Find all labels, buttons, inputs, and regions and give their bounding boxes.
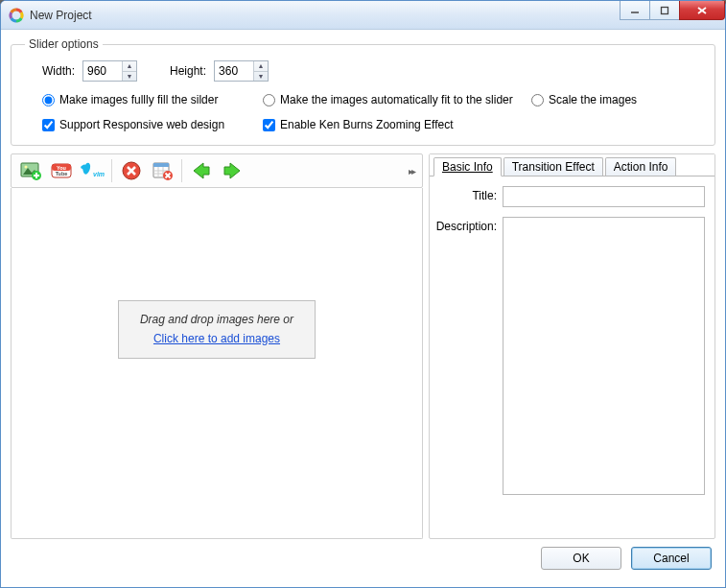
window-title: New Project bbox=[30, 9, 92, 22]
arrow-left-icon bbox=[191, 160, 212, 181]
svg-point-7 bbox=[25, 166, 28, 169]
left-pane: You Tube vimeo bbox=[11, 153, 423, 539]
vimeo-icon: vimeo bbox=[80, 159, 105, 182]
height-down-icon[interactable]: ▼ bbox=[254, 72, 268, 82]
maximize-button[interactable] bbox=[649, 1, 680, 20]
add-image-button[interactable] bbox=[17, 157, 44, 184]
next-button[interactable] bbox=[219, 157, 246, 184]
height-label: Height: bbox=[170, 64, 206, 78]
fit-mode-scale-label: Scale the images bbox=[549, 93, 637, 106]
app-icon bbox=[9, 8, 24, 23]
workspace: You Tube vimeo bbox=[11, 153, 715, 539]
height-input[interactable] bbox=[215, 61, 253, 81]
responsive-text: Support Responsive web design bbox=[59, 118, 224, 131]
drop-hint: Drag and drop images here or Click here … bbox=[118, 300, 316, 358]
right-pane: Basic Info Transition Effect Action Info… bbox=[429, 153, 715, 539]
youtube-button[interactable]: You Tube bbox=[48, 157, 75, 184]
fit-mode-scale[interactable]: Scale the images bbox=[531, 93, 637, 106]
kenburns-checkbox[interactable] bbox=[263, 119, 275, 131]
cancel-button[interactable]: Cancel bbox=[631, 547, 712, 570]
width-input[interactable] bbox=[83, 61, 122, 81]
calendar-delete-icon bbox=[151, 159, 174, 182]
fit-mode-auto-radio[interactable] bbox=[263, 94, 275, 106]
tab-transition-effect[interactable]: Transition Effect bbox=[504, 157, 603, 176]
tab-basic-info[interactable]: Basic Info bbox=[433, 157, 502, 176]
clear-schedule-button[interactable] bbox=[149, 157, 176, 184]
fit-mode-auto[interactable]: Make the images automatically fit to the… bbox=[263, 93, 531, 106]
svg-rect-20 bbox=[153, 163, 169, 167]
svg-rect-2 bbox=[662, 7, 668, 13]
height-stepper[interactable]: ▲ ▼ bbox=[214, 60, 269, 82]
close-button[interactable] bbox=[679, 1, 725, 20]
svg-marker-29 bbox=[224, 163, 240, 178]
dialog-footer: OK Cancel bbox=[11, 539, 715, 577]
width-down-icon[interactable]: ▼ bbox=[123, 72, 136, 82]
arrow-right-icon bbox=[222, 160, 243, 181]
svg-marker-28 bbox=[194, 163, 209, 178]
description-label: Description: bbox=[435, 217, 503, 519]
dialog-content: Slider options Width: ▲ ▼ Height: ▲ ▼ bbox=[1, 30, 725, 587]
title-input[interactable] bbox=[503, 186, 705, 207]
minimize-button[interactable] bbox=[620, 1, 650, 20]
width-up-icon[interactable]: ▲ bbox=[123, 61, 136, 72]
vimeo-button[interactable]: vimeo bbox=[79, 157, 105, 184]
window-controls bbox=[621, 1, 725, 20]
responsive-checkbox-label[interactable]: Support Responsive web design bbox=[42, 118, 263, 131]
toolbar: You Tube vimeo bbox=[11, 153, 423, 188]
ok-button[interactable]: OK bbox=[541, 547, 621, 570]
add-image-icon bbox=[19, 159, 42, 182]
width-stepper[interactable]: ▲ ▼ bbox=[82, 60, 137, 82]
youtube-icon: You Tube bbox=[50, 159, 73, 182]
dialog-window: New Project Slider options Width: ▲ bbox=[0, 0, 726, 588]
tab-action-info[interactable]: Action Info bbox=[605, 157, 677, 176]
height-up-icon[interactable]: ▲ bbox=[254, 61, 268, 72]
toolbar-separator bbox=[111, 159, 112, 182]
width-label: Width: bbox=[42, 64, 75, 78]
description-textarea[interactable] bbox=[503, 217, 705, 495]
tab-body: Title: Description: bbox=[430, 176, 714, 538]
slider-options-group: Slider options Width: ▲ ▼ Height: ▲ ▼ bbox=[11, 37, 715, 146]
fit-mode-fill-label: Make images fullly fill the silder bbox=[59, 93, 218, 106]
titlebar[interactable]: New Project bbox=[1, 1, 725, 30]
responsive-checkbox[interactable] bbox=[42, 119, 55, 131]
kenburns-checkbox-label[interactable]: Enable Ken Burns Zooming Effect bbox=[263, 118, 454, 131]
toolbar-overflow[interactable]: ▸▸ bbox=[409, 166, 414, 176]
prev-button[interactable] bbox=[188, 157, 215, 184]
fit-mode-fill-radio[interactable] bbox=[42, 94, 55, 106]
fit-mode-fill[interactable]: Make images fullly fill the silder bbox=[42, 93, 263, 106]
drop-hint-text: Drag and drop images here or bbox=[140, 313, 293, 326]
svg-text:Tube: Tube bbox=[56, 171, 68, 176]
title-label: Title: bbox=[435, 186, 503, 207]
kenburns-text: Enable Ken Burns Zooming Effect bbox=[280, 118, 454, 131]
add-images-link[interactable]: Click here to add images bbox=[153, 332, 280, 345]
fit-mode-auto-label: Make the images automatically fit to the… bbox=[280, 93, 513, 106]
delete-button[interactable] bbox=[118, 157, 145, 184]
svg-text:vimeo: vimeo bbox=[93, 171, 105, 177]
delete-icon bbox=[121, 160, 142, 181]
toolbar-separator bbox=[181, 159, 182, 182]
fit-mode-scale-radio[interactable] bbox=[531, 94, 544, 106]
image-drop-area[interactable]: Drag and drop images here or Click here … bbox=[11, 188, 423, 539]
slider-options-legend: Slider options bbox=[25, 37, 103, 51]
tabs: Basic Info Transition Effect Action Info bbox=[430, 154, 714, 176]
